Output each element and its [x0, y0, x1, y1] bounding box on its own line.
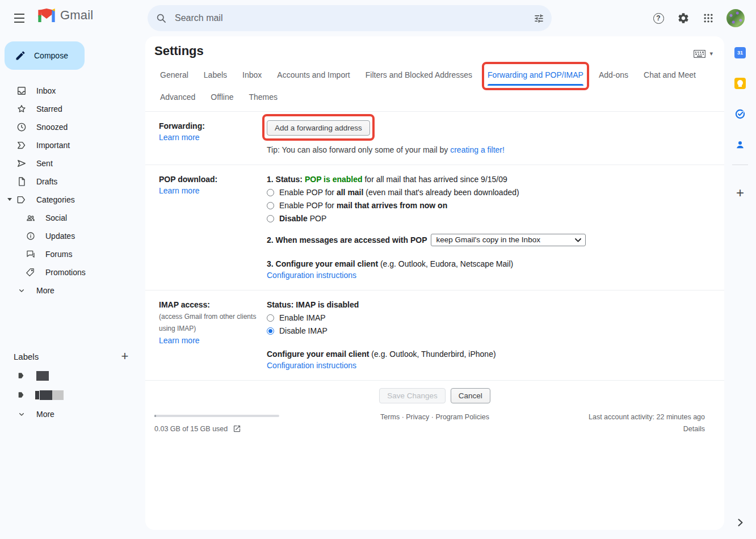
radio-unchecked-icon[interactable]: [267, 189, 274, 196]
pop-behavior-select[interactable]: keep Gmail's copy in the Inbox: [431, 234, 586, 246]
important-marker-icon: [16, 140, 27, 151]
user-avatar[interactable]: [726, 9, 745, 27]
sidebar-item-important[interactable]: Important: [0, 136, 145, 154]
forwarding-learn-more-link[interactable]: Learn more: [159, 133, 200, 142]
sidebar-item-updates[interactable]: Updates: [0, 227, 145, 245]
sidebar-item-categories[interactable]: Categories: [0, 191, 145, 209]
storage-meter: [154, 415, 279, 417]
pop-enable-all-mail-option[interactable]: Enable POP for all mail (even mail that'…: [267, 187, 715, 198]
tasks-icon[interactable]: [729, 103, 751, 125]
imap-disable-option[interactable]: Disable IMAP: [267, 325, 715, 336]
terms-link[interactable]: Terms: [380, 413, 400, 421]
imap-access-section: IMAP access: (access Gmail from other cl…: [145, 290, 724, 380]
cancel-button[interactable]: Cancel: [451, 388, 490, 403]
contacts-icon[interactable]: [729, 133, 751, 156]
sidebar-item-forums[interactable]: Forums: [0, 245, 145, 263]
tab-general[interactable]: General: [160, 70, 188, 79]
radio-checked-icon[interactable]: [267, 327, 274, 335]
sidebar-item-starred[interactable]: Starred: [0, 100, 145, 118]
companion-panel: 31 +: [724, 36, 756, 539]
add-forwarding-address-button[interactable]: Add a forwarding address: [267, 120, 370, 136]
input-tools-selector[interactable]: ▾: [694, 49, 713, 58]
tab-add-ons[interactable]: Add-ons: [599, 70, 628, 79]
hide-side-panel-icon[interactable]: [731, 513, 749, 532]
top-bar: Gmail ?: [0, 0, 756, 36]
footer-links: Terms · Privacy · Program Policies: [380, 413, 489, 421]
redacted-label-name: [52, 390, 64, 400]
sidebar-item-social[interactable]: Social: [0, 209, 145, 227]
tab-themes[interactable]: Themes: [249, 92, 278, 102]
radio-unchecked-icon[interactable]: [267, 215, 274, 222]
pop-learn-more-link[interactable]: Learn more: [159, 186, 200, 195]
redacted-label-name: [40, 390, 52, 400]
program-policies-link[interactable]: Program Policies: [435, 413, 489, 421]
privacy-link[interactable]: Privacy: [406, 413, 429, 421]
activity-details-link[interactable]: Details: [589, 425, 705, 433]
settings-gear-icon[interactable]: [672, 7, 695, 30]
imap-configuration-instructions-link[interactable]: Configuration instructions: [267, 361, 356, 370]
creating-a-filter-link[interactable]: creating a filter!: [450, 145, 505, 154]
sidebar-item-sent[interactable]: Sent: [0, 154, 145, 172]
sidebar-item-promotions[interactable]: Promotions: [0, 263, 145, 281]
compose-button[interactable]: Compose: [5, 41, 85, 70]
dropdown-arrow-icon: ▾: [709, 50, 713, 57]
forwarding-label: Forwarding:: [159, 120, 267, 132]
user-label-row[interactable]: [0, 386, 145, 404]
panel-divider: [732, 165, 748, 165]
active-tab-underline: [488, 84, 583, 86]
create-label-icon[interactable]: +: [117, 348, 133, 364]
get-add-ons-icon[interactable]: +: [729, 182, 751, 204]
forwarding-section: Forwarding: Learn more Add a forwarding …: [145, 111, 724, 165]
label-filled-icon: [16, 371, 27, 380]
search-input[interactable]: [175, 13, 526, 23]
sidebar-item-drafts[interactable]: Drafts: [0, 172, 145, 191]
pop-disable-option[interactable]: Disable POP: [267, 213, 715, 224]
sidebar-item-more[interactable]: More: [0, 281, 145, 300]
sidebar-item-inbox[interactable]: Inbox: [0, 82, 145, 100]
imap-learn-more-link[interactable]: Learn more: [159, 336, 200, 345]
apps-grid-icon[interactable]: [697, 7, 720, 30]
inbox-icon: [16, 85, 27, 96]
tab-accounts-and-import[interactable]: Accounts and Import: [277, 70, 350, 79]
chat-bubbles-icon: [25, 249, 36, 259]
expand-arrow-icon[interactable]: [7, 198, 12, 201]
imap-enable-option[interactable]: Enable IMAP: [267, 312, 715, 323]
save-changes-button[interactable]: Save Changes: [379, 388, 446, 403]
tab-filters-and-blocked-addresses[interactable]: Filters and Blocked Addresses: [366, 70, 472, 79]
clock-icon: [16, 121, 27, 133]
imap-access-sublabel: (access Gmail from other clients using I…: [159, 311, 259, 335]
pop-download-label: POP download:: [159, 174, 267, 185]
pop-behavior-row: 2. When messages are accessed with POP k…: [267, 234, 715, 246]
imap-access-label: IMAP access:: [159, 299, 267, 310]
help-icon[interactable]: ?: [647, 7, 670, 30]
tab-labels[interactable]: Labels: [204, 70, 227, 79]
send-icon: [16, 158, 27, 169]
gmail-logo[interactable]: Gmail: [37, 8, 93, 23]
gmail-wordmark: Gmail: [60, 8, 93, 23]
keep-icon[interactable]: [729, 72, 751, 95]
radio-unchecked-icon[interactable]: [267, 202, 274, 209]
external-link-icon[interactable]: [233, 424, 241, 433]
tag-icon: [25, 267, 36, 277]
calendar-icon[interactable]: 31: [729, 41, 751, 64]
tab-inbox[interactable]: Inbox: [242, 70, 262, 79]
search-icon[interactable]: [148, 5, 175, 31]
radio-unchecked-icon[interactable]: [267, 314, 274, 322]
redacted-label-name: [36, 371, 49, 381]
tab-advanced[interactable]: Advanced: [160, 92, 195, 102]
page-title: Settings: [154, 44, 204, 58]
chevron-down-icon: [16, 410, 27, 419]
chevron-down-icon: [16, 286, 27, 295]
pop-configuration-instructions-link[interactable]: Configuration instructions: [267, 271, 356, 280]
people-icon: [25, 213, 36, 223]
main-menu-icon[interactable]: [8, 7, 31, 30]
labels-more[interactable]: More: [0, 405, 145, 423]
redacted-label-name: [35, 391, 39, 399]
pop-enable-from-now-on-option[interactable]: Enable POP for mail that arrives from no…: [267, 200, 715, 211]
sidebar-item-snoozed[interactable]: Snoozed: [0, 118, 145, 136]
search-options-icon[interactable]: [526, 5, 552, 31]
tab-chat-and-meet[interactable]: Chat and Meet: [644, 70, 696, 79]
user-label-row[interactable]: [0, 367, 145, 385]
tab-offline[interactable]: Offline: [211, 92, 233, 102]
tab-forwarding-and-pop-imap[interactable]: Forwarding and POP/IMAP: [488, 70, 583, 79]
